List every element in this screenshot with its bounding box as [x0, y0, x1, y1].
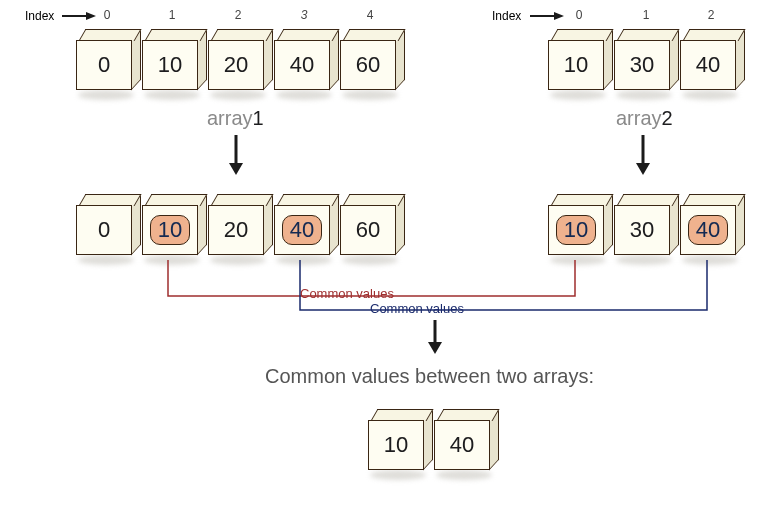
- array2-val-1: 30: [630, 52, 654, 78]
- index-label-2: Index: [492, 9, 521, 23]
- array1b-cell-4: 60: [340, 195, 402, 257]
- array2b-val-2: 40: [688, 215, 728, 245]
- array2-cell-0: 10: [548, 30, 610, 92]
- idx-a1-2: 2: [228, 8, 248, 22]
- down-arrow-a1: [226, 135, 246, 177]
- array2-row-2: 103040: [548, 195, 746, 257]
- array1b-cell-0: 0: [76, 195, 138, 257]
- array1b-cell-2: 20: [208, 195, 270, 257]
- array2-cell-1: 30: [614, 30, 676, 92]
- array1b-val-4: 60: [356, 217, 380, 243]
- array1-cell-1: 10: [142, 30, 204, 92]
- result-val-0: 10: [384, 432, 408, 458]
- array2-row: 10 30 40: [548, 30, 746, 92]
- svg-marker-9: [428, 342, 442, 354]
- array1b-val-3: 40: [282, 215, 322, 245]
- array2b-val-0: 10: [556, 215, 596, 245]
- array2-val-0: 10: [564, 52, 588, 78]
- idx-a1-1: 1: [162, 8, 182, 22]
- array1-row-2: 010204060: [76, 195, 406, 257]
- array1-name-num: 1: [253, 107, 264, 129]
- index-arrow-1: [62, 12, 96, 22]
- down-arrow-a2: [633, 135, 653, 177]
- result-cell-0: 10: [368, 410, 430, 472]
- array1-cell-2: 20: [208, 30, 270, 92]
- array1-val-4: 60: [356, 52, 380, 78]
- idx-a2-2: 2: [701, 8, 721, 22]
- array1-val-1: 10: [158, 52, 182, 78]
- array1b-cell-1: 10: [142, 195, 204, 257]
- array1-cell-0: 0: [76, 30, 138, 92]
- idx-a1-0: 0: [97, 8, 117, 22]
- connector-label-red: Common values: [300, 286, 394, 301]
- result-cell-1: 40: [434, 410, 496, 472]
- array2-val-2: 40: [696, 52, 720, 78]
- array1-val-3: 40: [290, 52, 314, 78]
- svg-marker-7: [636, 163, 650, 175]
- array2-name: array2: [616, 107, 673, 130]
- array1-cell-3: 40: [274, 30, 336, 92]
- index-arrow-2: [530, 12, 564, 22]
- result-caption: Common values between two arrays:: [265, 365, 594, 388]
- array2-cell-2: 40: [680, 30, 742, 92]
- down-arrow-result: [425, 320, 445, 356]
- array2-name-num: 2: [662, 107, 673, 129]
- svg-marker-1: [86, 12, 96, 20]
- array1b-val-2: 20: [224, 217, 248, 243]
- array1b-cell-3: 40: [274, 195, 336, 257]
- idx-a2-1: 1: [636, 8, 656, 22]
- array1-name: array1: [207, 107, 264, 130]
- array2b-cell-2: 40: [680, 195, 742, 257]
- index-label-1: Index: [25, 9, 54, 23]
- result-row: 1040: [368, 410, 500, 472]
- result-val-1: 40: [450, 432, 474, 458]
- array1-val-2: 20: [224, 52, 248, 78]
- array2b-cell-1: 30: [614, 195, 676, 257]
- array1-cell-4: 60: [340, 30, 402, 92]
- idx-a2-0: 0: [569, 8, 589, 22]
- connector-label-blue: Common values: [370, 301, 464, 316]
- array1-val-0: 0: [98, 52, 110, 78]
- svg-marker-5: [229, 163, 243, 175]
- idx-a1-3: 3: [294, 8, 314, 22]
- idx-a1-4: 4: [360, 8, 380, 22]
- array1b-val-1: 10: [150, 215, 190, 245]
- array2-name-prefix: array: [616, 107, 662, 129]
- array1-row: 0 10 20 40 60: [76, 30, 406, 92]
- svg-marker-3: [554, 12, 564, 20]
- array1b-val-0: 0: [98, 217, 110, 243]
- array2b-val-1: 30: [630, 217, 654, 243]
- array1-name-prefix: array: [207, 107, 253, 129]
- array2b-cell-0: 10: [548, 195, 610, 257]
